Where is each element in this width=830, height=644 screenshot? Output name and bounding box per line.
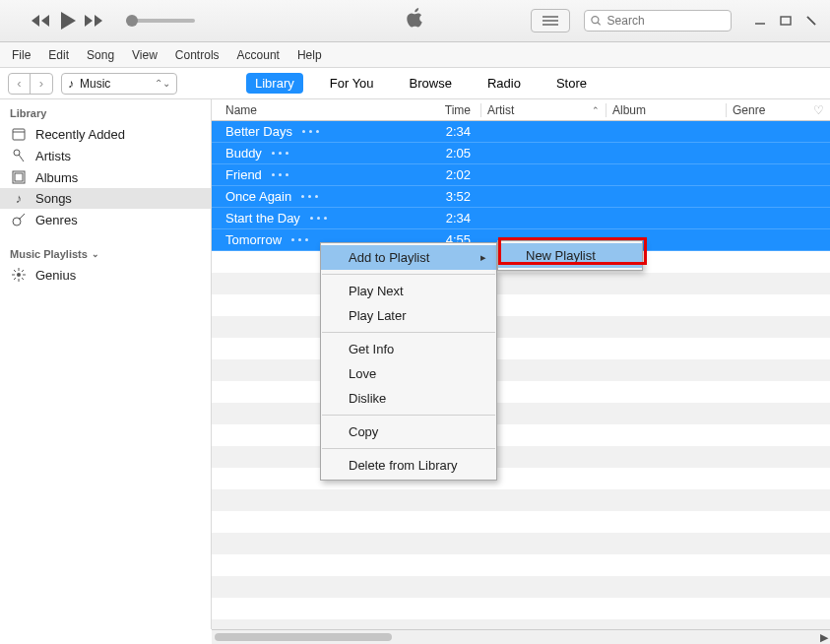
sidebar-header-playlists[interactable]: Music Playlists ⌄ — [0, 244, 211, 264]
song-title: Buddy — [225, 146, 262, 161]
sidebar-item-albums[interactable]: Albums — [0, 166, 211, 188]
svg-rect-3 — [781, 17, 791, 25]
sidebar-item-recently-added[interactable]: Recently Added — [0, 123, 211, 145]
table-row[interactable]: Buddy 2:05 — [212, 143, 830, 164]
menu-separator — [322, 332, 495, 333]
svg-point-14 — [17, 273, 21, 277]
sidebar-item-label: Genius — [35, 268, 76, 283]
nav-back-button[interactable]: ‹ — [9, 74, 31, 94]
menu-item-add-to-playlist[interactable]: Add to Playlist ▸ — [321, 245, 496, 270]
column-header-album[interactable]: Album — [607, 103, 727, 117]
window-minimize-button[interactable] — [751, 12, 769, 30]
more-icon[interactable] — [272, 173, 288, 176]
menu-item-play-later[interactable]: Play Later — [321, 303, 496, 328]
previous-track-button[interactable] — [32, 13, 53, 29]
svg-line-5 — [807, 17, 815, 25]
more-icon[interactable] — [272, 152, 288, 155]
scroll-right-icon[interactable]: ▶ — [820, 631, 828, 644]
context-menu: Add to Playlist ▸ Play Next Play Later G… — [320, 242, 497, 481]
table-row[interactable]: Friend 2:02 — [212, 164, 830, 186]
svg-point-0 — [592, 17, 599, 24]
more-icon[interactable] — [291, 238, 308, 241]
sidebar-item-genius[interactable]: Genius — [0, 264, 211, 286]
song-duration: 2:02 — [433, 167, 480, 182]
song-title: Better Days — [225, 124, 292, 139]
menu-item-love[interactable]: Love — [321, 361, 496, 386]
menu-help[interactable]: Help — [297, 48, 322, 62]
column-header-artist[interactable]: Artist ⌃ — [480, 103, 607, 117]
svg-rect-11 — [15, 173, 23, 181]
column-header-genre[interactable]: Genre ♡ — [727, 103, 830, 117]
next-track-button[interactable] — [83, 13, 104, 29]
menu-song[interactable]: Song — [87, 48, 114, 62]
more-icon[interactable] — [302, 130, 319, 133]
menu-account[interactable]: Account — [237, 48, 280, 62]
menu-controls[interactable]: Controls — [175, 48, 220, 62]
sidebar-item-label: Artists — [35, 149, 71, 163]
media-picker[interactable]: ♪ Music ⌃⌄ — [61, 73, 177, 95]
menu-view[interactable]: View — [132, 48, 158, 62]
sidebar-item-genres[interactable]: Genres — [0, 209, 211, 230]
table-header: Name Time Artist ⌃ Album Genre ♡ — [212, 99, 830, 121]
svg-line-9 — [19, 155, 24, 161]
chevron-down-icon: ⌄ — [92, 249, 99, 259]
clock-icon — [10, 126, 28, 142]
apple-logo-icon — [406, 7, 425, 34]
tab-radio[interactable]: Radio — [479, 73, 530, 94]
more-icon[interactable] — [310, 217, 327, 220]
player-toolbar — [0, 0, 830, 42]
song-duration: 2:34 — [433, 211, 480, 225]
column-header-name[interactable]: Name — [212, 103, 433, 117]
svg-line-21 — [14, 278, 16, 280]
tab-for-you[interactable]: For You — [321, 73, 383, 94]
nav-forward-button[interactable]: › — [31, 74, 52, 94]
table-row[interactable]: Better Days 2:34 — [212, 121, 830, 143]
menubar: File Edit Song View Controls Account Hel… — [0, 42, 830, 68]
sidebar-item-label: Recently Added — [35, 127, 125, 142]
song-title: Start the Day — [225, 211, 300, 225]
media-picker-label: Music — [80, 77, 149, 91]
menu-file[interactable]: File — [12, 48, 31, 62]
menu-item-get-info[interactable]: Get Info — [321, 337, 496, 361]
sidebar-item-label: Songs — [35, 191, 72, 206]
menu-edit[interactable]: Edit — [48, 48, 69, 62]
window-close-button[interactable] — [802, 12, 820, 30]
table-row[interactable]: Start the Day 2:34 — [212, 208, 830, 229]
table-row[interactable]: Once Again 3:52 — [212, 186, 830, 208]
svg-line-20 — [22, 278, 24, 280]
menu-item-play-next[interactable]: Play Next — [321, 279, 496, 303]
scrollbar-thumb[interactable] — [215, 633, 392, 641]
more-icon[interactable] — [301, 195, 318, 198]
menu-item-delete[interactable]: Delete from Library — [321, 453, 496, 478]
sidebar: Library Recently Added Artists Albums ♪ … — [0, 99, 212, 629]
songs-table: Name Time Artist ⌃ Album Genre ♡ Better … — [212, 99, 830, 629]
horizontal-scrollbar[interactable]: ▶ — [212, 629, 830, 644]
menu-item-dislike[interactable]: Dislike — [321, 386, 496, 411]
genius-icon — [10, 267, 28, 283]
tab-store[interactable]: Store — [547, 73, 596, 94]
note-icon: ♪ — [68, 77, 74, 91]
column-header-time[interactable]: Time — [433, 103, 480, 117]
svg-rect-6 — [13, 129, 25, 140]
heart-icon: ♡ — [813, 103, 824, 117]
window-maximize-button[interactable] — [777, 12, 795, 30]
menu-separator — [322, 415, 495, 416]
sidebar-header-library: Library — [0, 103, 211, 123]
sort-ascending-icon: ⌃ — [592, 105, 600, 115]
tab-library[interactable]: Library — [246, 73, 303, 94]
menu-item-new-playlist[interactable]: New Playlist — [498, 243, 642, 268]
svg-line-13 — [19, 214, 25, 220]
sidebar-item-songs[interactable]: ♪ Songs — [0, 188, 211, 209]
sidebar-item-artists[interactable]: Artists — [0, 145, 211, 166]
tab-browse[interactable]: Browse — [401, 73, 461, 94]
menu-separator — [322, 448, 495, 449]
play-button[interactable] — [57, 10, 79, 32]
search-input[interactable] — [607, 14, 725, 28]
menu-item-copy[interactable]: Copy — [321, 419, 496, 444]
volume-slider[interactable] — [126, 19, 195, 23]
chevron-right-icon: ▸ — [480, 251, 486, 264]
view-options-button[interactable] — [531, 9, 570, 32]
album-icon — [10, 169, 28, 185]
menu-separator — [322, 274, 495, 275]
search-field[interactable] — [584, 10, 732, 32]
